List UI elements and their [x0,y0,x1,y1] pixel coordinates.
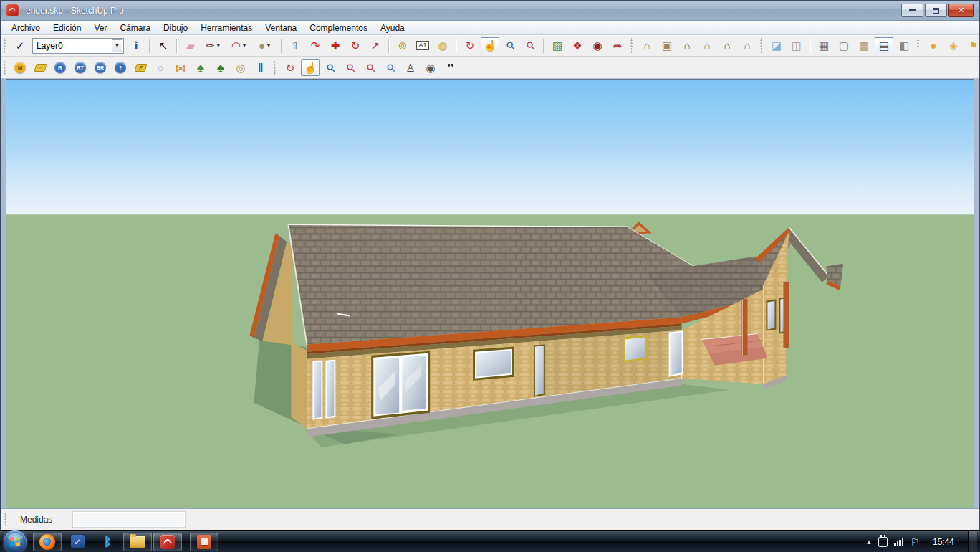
menu-ayuda[interactable]: Ayuda [374,22,411,34]
view-right[interactable]: ⌂ [698,37,716,54]
sandbox-sphere-tool[interactable]: ● [924,37,943,54]
move-tool[interactable]: ✚ [326,37,345,54]
toolbar-separator [388,39,390,53]
menu-archivo[interactable]: Archivo [5,22,47,34]
circle-tool[interactable]: ●▾ [253,37,277,54]
sandbox-from-contours-tool[interactable]: ◈ [944,37,963,54]
show-desktop-button[interactable] [968,531,977,552]
push-pull-tool[interactable]: ⇧ [286,37,304,54]
minimize-button[interactable] [901,4,923,17]
action-center-flag-icon[interactable]: ⚐ [910,536,919,548]
power-plug-icon[interactable] [878,537,888,547]
select-tool[interactable]: ↖ [154,37,173,54]
render-realtime[interactable]: RT [71,59,90,76]
eraser-tool[interactable]: ▰ [181,37,200,54]
taskbar-sketchup-button[interactable] [153,533,182,551]
view-back[interactable]: ⌂ [718,37,736,54]
taskbar-clock[interactable]: 15:44 [926,537,961,547]
sandbox-flag-tool[interactable]: ⚑ [964,37,979,54]
restore-button[interactable] [925,4,947,17]
menu-complementos[interactable]: Complementos [303,22,374,34]
layer-manager[interactable]: ℹ [127,37,145,54]
zoom-extents-tool-icon: ⚲ [524,39,537,52]
menu-dibujo[interactable]: Dibujo [157,22,194,34]
scale-tool[interactable]: ↗ [366,37,385,54]
xray-mode[interactable]: ◪ [767,37,786,54]
menu-camara[interactable]: Cámara [113,22,157,34]
layer-combo[interactable]: Layer0▼ [32,38,124,54]
render-help[interactable]: ? [111,59,130,76]
tape-measure-tool[interactable]: ⊚ [393,37,412,54]
view-top[interactable]: ▣ [658,37,676,54]
camera-orbit-tool[interactable]: ↻ [281,59,299,76]
monochrome-mode[interactable]: ◧ [895,37,913,54]
windows-flag-icon [4,530,27,552]
menu-herramientas[interactable]: Herramientas [194,22,259,34]
shaded-mode[interactable]: ▩ [855,37,873,54]
taskbar-bluetooth-button[interactable]: ᛒ [93,533,122,551]
layer-combo-dropdown-icon[interactable]: ▼ [112,39,123,52]
taskbar-capture-button[interactable] [190,533,218,551]
follow-me-tool[interactable]: ↷ [306,37,325,54]
menu-ventana[interactable]: Ventana [259,22,303,34]
camera-zoom-window-tool[interactable]: ⚲ [341,59,360,76]
taskbar-explorer-button[interactable] [123,533,152,551]
menu-edicion[interactable]: Edición [47,22,87,34]
send-to-layout-tool[interactable]: ➦ [608,37,627,54]
hidden-icons-arrow[interactable]: ▲ [865,538,872,546]
render-tree-2[interactable]: ♣ [211,59,230,76]
render-material-tag-icon: F [134,64,147,72]
window-controls: ✕ [901,4,975,17]
statusbar-grip [4,513,10,527]
sliding-door [371,351,430,419]
taskbar-firefox-button[interactable] [33,533,62,551]
render-material-tag[interactable]: F [131,59,150,76]
zoom-tool[interactable]: ⚲ [501,37,519,54]
paint-bucket-tool[interactable]: ◍ [433,37,452,54]
circle-tool-dropdown-icon[interactable]: ▾ [266,42,272,49]
camera-zoom-previous-tool[interactable]: ⚲ [381,59,400,76]
dimension-text-tool[interactable]: A1 [413,37,432,54]
render-pause[interactable]: Ⅱ [251,59,270,76]
camera-zoom-extents-tool[interactable]: ⚲ [361,59,380,76]
measurements-field[interactable] [72,511,186,528]
hidden-line-mode[interactable]: ▢ [835,37,853,54]
render-fish[interactable]: ⋈ [171,59,190,76]
look-around-tool[interactable]: ◉ [421,59,440,76]
arc-tool[interactable]: ◠▾ [227,37,251,54]
render-render[interactable]: R [51,59,69,76]
rotate-tool[interactable]: ↻ [346,37,365,54]
pan-tool[interactable]: ☝ [481,37,499,54]
wireframe-mode[interactable]: ▦ [815,37,833,54]
view-front[interactable]: ⌂ [678,37,696,54]
render-globe[interactable]: ◎ [231,59,250,76]
view-left[interactable]: ⌂ [738,37,756,54]
add-location-tool[interactable]: ▧ [548,37,567,54]
render-sphere[interactable]: ○ [151,59,170,76]
render-tree-1[interactable]: ♣ [191,59,210,76]
preview-in-earth-tool[interactable]: ◉ [588,37,607,54]
zoom-extents-tool[interactable]: ⚲ [521,37,539,54]
line-tool[interactable]: ✏▾ [201,37,226,54]
arc-tool-dropdown-icon[interactable]: ▾ [241,42,247,49]
position-camera-tool[interactable]: ♙ [401,59,420,76]
menu-ver[interactable]: Ver [87,22,113,34]
taskbar-divider [186,533,186,551]
back-edges-mode[interactable]: ◫ [787,37,806,54]
view-iso[interactable]: ⌂ [638,37,656,54]
line-tool-dropdown-icon[interactable]: ▾ [216,42,221,49]
render-export-model[interactable]: M [11,59,29,76]
camera-zoom-tool[interactable]: ⚲ [321,59,340,76]
model-viewport[interactable] [6,79,974,508]
camera-pan-tool[interactable]: ☝ [301,59,320,76]
start-button[interactable] [4,530,27,552]
render-batch[interactable]: BR [91,59,110,76]
close-button[interactable]: ✕ [948,4,974,17]
shaded-textures-mode[interactable]: ▤ [875,37,893,54]
network-signal-icon[interactable] [894,538,903,546]
render-export-lights[interactable]: ◦ [31,59,49,76]
walk-tool[interactable]: ❜❜ [441,59,460,76]
photo-textures-tool[interactable]: ❖ [568,37,587,54]
taskbar-mail-check-button[interactable]: ✓ [63,533,92,551]
orbit-tool[interactable]: ↻ [461,37,479,54]
